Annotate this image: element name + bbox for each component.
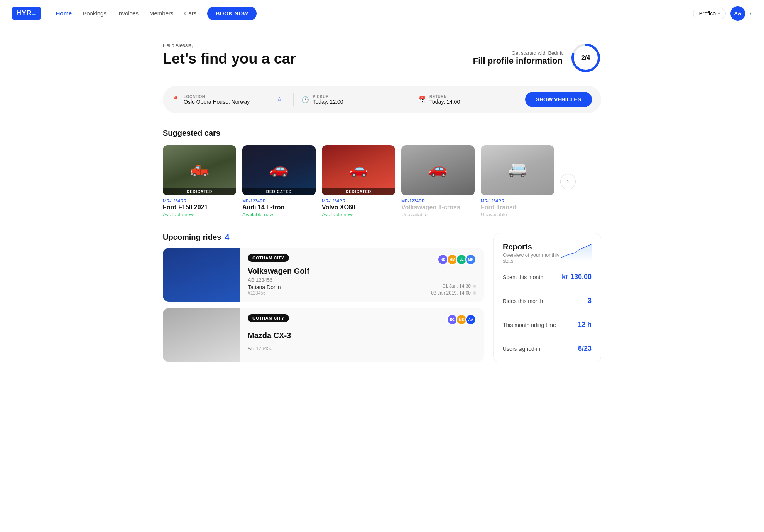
progress-ring[interactable]: 2/4	[570, 42, 601, 73]
car-card-0[interactable]: DEDICATED MR-1234RR Ford F150 2021 Avail…	[163, 145, 236, 217]
ride-count-badge: 4	[225, 233, 229, 242]
car-card-1[interactable]: DEDICATED MR-1234RR Audi 14 E-tron Avail…	[242, 145, 316, 217]
ride-body-1: GOTHAM CITY EGMSAA Mazda CX-3 AB 123456	[240, 308, 484, 362]
ride-city-1: GOTHAM CITY	[248, 314, 289, 322]
progress-label: 2/4	[581, 54, 590, 61]
car-id-0: MR-1234RR	[163, 199, 236, 203]
nav-members[interactable]: Members	[149, 8, 174, 18]
main-content: Hello Alessia, Let's find you a car Get …	[150, 27, 614, 384]
location-text: LOCATION Oslo Opera House, Norway	[184, 94, 250, 105]
car-status-4: Unavailable	[481, 212, 554, 217]
dedicated-badge-2: DEDICATED	[322, 188, 395, 195]
reports-title: Reports	[503, 242, 561, 251]
location-value: Oslo Opera House, Norway	[184, 99, 250, 105]
suggested-cars-section: Suggested cars DEDICATED MR-1234RR Ford …	[163, 129, 601, 217]
return-text: RETURN Today, 14:00	[429, 94, 460, 105]
user-chevron-icon: ▾	[750, 11, 752, 15]
favorite-button[interactable]: ☆	[276, 95, 282, 104]
bottom-section: Upcoming rides 4 GOTHAM CITY NDMMLLMK Vo…	[163, 233, 601, 368]
car-name-2: Volvo XC60	[322, 204, 395, 211]
nav-links: Home Bookings Invoices Members Cars BOOK…	[56, 7, 693, 20]
logo[interactable]: HYR≡	[12, 7, 41, 20]
car-name-1: Audi 14 E-tron	[242, 204, 316, 211]
ride-plate-1: AB 123456	[248, 345, 476, 351]
pickup-icon	[301, 96, 309, 103]
ride-image-1	[163, 308, 240, 362]
user-avatar[interactable]: AA	[730, 6, 745, 21]
trend-chart	[561, 242, 592, 263]
car-id-3: MR-1234RR	[401, 199, 475, 203]
car-status-2: Available now	[322, 212, 395, 217]
reports-header: Reports Overview of your monthly stats	[503, 242, 592, 264]
report-value-0: kr 130,00	[562, 273, 592, 281]
car-image-1: DEDICATED	[242, 145, 316, 195]
nav-home[interactable]: Home	[56, 8, 72, 18]
car-image-3	[401, 145, 475, 195]
car-image-4	[481, 145, 554, 195]
car-card-3[interactable]: MR-1234RR Volkswagen T-cross Unavailable	[401, 145, 475, 217]
cars-row: DEDICATED MR-1234RR Ford F150 2021 Avail…	[163, 145, 601, 217]
car-image-2: DEDICATED	[322, 145, 395, 195]
org-name: Profico	[699, 10, 716, 17]
return-section[interactable]: RETURN Today, 14:00	[418, 94, 519, 105]
ride-date-end-0: 03 Jan 2019, 14:00	[431, 290, 476, 296]
search-divider-2	[410, 93, 410, 106]
rides-list: GOTHAM CITY NDMMLLMK Volkswagen Golf AB …	[163, 248, 484, 362]
ride-date-start-0: 01 Jan, 14:30	[443, 283, 476, 289]
return-value: Today, 14:00	[429, 99, 460, 105]
pickup-label: PICKUP	[313, 94, 343, 99]
location-icon	[172, 96, 180, 103]
nav-invoices[interactable]: Invoices	[117, 8, 139, 18]
carousel-next-button[interactable]: ›	[560, 174, 576, 189]
car-card-4[interactable]: MR-1234RR Ford Transit Unavailable	[481, 145, 554, 217]
pickup-text: PICKUP Today, 12:00	[313, 94, 343, 105]
car-image-0: DEDICATED	[163, 145, 236, 195]
report-label-0: Spent this month	[503, 274, 543, 280]
car-status-3: Unavailable	[401, 212, 475, 217]
report-label-2: This month riding time	[503, 322, 556, 328]
ride-card-0[interactable]: GOTHAM CITY NDMMLLMK Volkswagen Golf AB …	[163, 248, 484, 302]
report-row-1: Rides this month 3	[503, 297, 592, 313]
car-card-2[interactable]: DEDICATED MR-1234RR Volvo XC60 Available…	[322, 145, 395, 217]
car-status-1: Available now	[242, 212, 316, 217]
nav-cars[interactable]: Cars	[184, 8, 196, 18]
report-row-3: Users signed-in 8/23	[503, 345, 592, 353]
report-value-1: 3	[588, 297, 592, 305]
pickup-section[interactable]: PICKUP Today, 12:00	[301, 94, 402, 105]
car-id-1: MR-1234RR	[242, 199, 316, 203]
return-icon	[418, 96, 426, 103]
report-label-3: Users signed-in	[503, 346, 540, 352]
date-dot-start-0	[473, 285, 476, 288]
avatar-0-3: MK	[465, 254, 476, 265]
suggested-cars-title: Suggested cars	[163, 129, 601, 138]
ride-top-1: GOTHAM CITY EGMSAA	[248, 314, 476, 325]
upcoming-rides-section: Upcoming rides 4 GOTHAM CITY NDMMLLMK Vo…	[163, 233, 484, 368]
ride-bottom-0: Tatiana Donin #123456 01 Jan, 14:30 03 J…	[248, 283, 476, 296]
ride-body-0: GOTHAM CITY NDMMLLMK Volkswagen Golf AB …	[240, 248, 484, 302]
ride-car-name-0: Volkswagen Golf	[248, 267, 476, 276]
search-divider-1	[293, 93, 294, 106]
show-vehicles-button[interactable]: SHOW VEHICLES	[525, 92, 592, 107]
avatar-1-2: AA	[465, 314, 476, 325]
location-section[interactable]: LOCATION Oslo Opera House, Norway	[172, 94, 273, 105]
org-selector[interactable]: Profico ▾	[693, 8, 726, 19]
nav-bookings[interactable]: Bookings	[83, 8, 106, 18]
reports-panel: Reports Overview of your monthly stats	[493, 233, 601, 362]
svg-marker-2	[561, 244, 592, 262]
ride-person-0: Tatiana Donin #123456	[248, 284, 281, 296]
report-row-2: This month riding time 12 h	[503, 321, 592, 337]
ride-card-1[interactable]: GOTHAM CITY EGMSAA Mazda CX-3 AB 123456	[163, 308, 484, 362]
book-now-button[interactable]: BOOK NOW	[207, 7, 257, 20]
ride-person-id-0: #123456	[248, 290, 281, 296]
ride-dates-0: 01 Jan, 14:30 03 Jan 2019, 14:00	[431, 283, 476, 296]
reports-rows: Spent this month kr 130,00 Rides this mo…	[503, 273, 592, 353]
navbar: HYR≡ Home Bookings Invoices Members Cars…	[0, 0, 764, 27]
upcoming-title: Upcoming rides	[163, 233, 221, 242]
ride-plate-0: AB 123456	[248, 277, 476, 283]
hero-cta-text: Get started with Bedrift Fill profile in…	[473, 50, 563, 66]
hero-cta-subtitle: Get started with Bedrift	[473, 50, 563, 56]
car-name-0: Ford F150 2021	[163, 204, 236, 211]
reports-subtitle: Overview of your monthly stats	[503, 252, 561, 264]
ride-avatars-0: NDMMLLMK	[439, 254, 476, 265]
ride-top-0: GOTHAM CITY NDMMLLMK	[248, 254, 476, 265]
